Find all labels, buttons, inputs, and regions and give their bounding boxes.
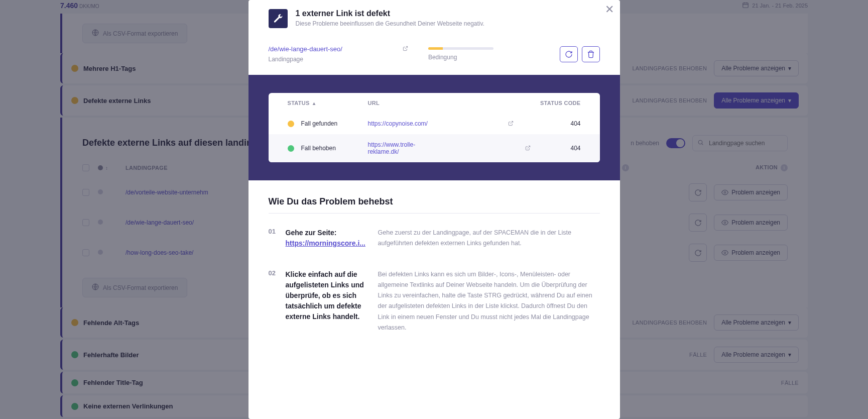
url-text: https://www.trolle-reklame.dk/	[368, 141, 445, 155]
th-url[interactable]: URL	[368, 100, 531, 106]
table-header-row: STATUS ▴ URL STATUS CODE	[269, 93, 600, 113]
modal-meta-row: /de/wie-lange-dauert-seo/ Landingpage Be…	[249, 38, 620, 75]
step-prefix: Gehe zur Seite:	[286, 229, 337, 237]
status-code: 404	[531, 120, 581, 127]
table-row: Fall behoben https://www.trolle-reklame.…	[269, 134, 600, 162]
link-url[interactable]: https://www.trolle-reklame.dk/	[368, 141, 531, 155]
howto-section: Wie Du das Problem behebst 01 Gehe zur S…	[249, 180, 620, 369]
modal-title: 1 externer Link ist defekt	[296, 9, 484, 18]
issue-detail-modal: ✕ 1 externer Link ist defekt Diese Probl…	[249, 0, 620, 419]
modal-header: 1 externer Link ist defekt Diese Problem…	[249, 0, 620, 38]
url-text: https://copynoise.com/	[368, 120, 428, 127]
howto-step: 02 Klicke einfach auf die aufgelisteten …	[269, 269, 600, 334]
status-code: 404	[531, 145, 581, 152]
step-number: 02	[269, 269, 279, 334]
modal-table-section: STATUS ▴ URL STATUS CODE Fall gefunden h…	[249, 75, 620, 180]
sort-asc-icon: ▴	[313, 100, 315, 106]
step-heading: Klicke einfach auf die aufgelisteten Lin…	[286, 269, 371, 334]
step-link[interactable]: https://morningscore.i...	[286, 239, 365, 247]
th-status[interactable]: STATUS ▴	[288, 100, 368, 106]
step-description: Bei defekten Links kann es sich um Bilde…	[378, 269, 600, 334]
step-number: 01	[269, 228, 279, 249]
wrench-icon	[269, 9, 288, 28]
progress-fill	[428, 47, 443, 50]
step-heading: Gehe zur Seite: https://morningscore.i..…	[286, 228, 371, 249]
th-status-code[interactable]: STATUS CODE	[531, 100, 581, 106]
close-icon[interactable]: ✕	[605, 3, 614, 16]
condition-progress	[428, 47, 493, 50]
howto-step: 01 Gehe zur Seite: https://morningscore.…	[269, 228, 600, 249]
th-status-label: STATUS	[288, 100, 310, 106]
status-warn-icon	[288, 121, 294, 127]
status-text: Fall behoben	[301, 145, 336, 152]
links-table: STATUS ▴ URL STATUS CODE Fall gefunden h…	[269, 93, 600, 162]
table-row: Fall gefunden https://copynoise.com/ 404	[269, 113, 600, 134]
external-link-icon	[525, 145, 531, 152]
modal-subtitle: Diese Probleme beeinflussen die Gesundhe…	[296, 20, 484, 27]
page-link-text: /de/wie-lange-dauert-seo/	[269, 45, 342, 53]
divider	[269, 213, 600, 214]
status-text: Fall gefunden	[301, 120, 338, 127]
delete-button[interactable]	[582, 46, 600, 62]
external-link-icon	[508, 121, 514, 127]
step-description: Gehe zuerst zu der Landingpage, auf der …	[378, 228, 600, 249]
link-url[interactable]: https://copynoise.com/	[368, 120, 531, 127]
page-link[interactable]: /de/wie-lange-dauert-seo/	[269, 45, 408, 53]
status-ok-icon	[288, 145, 294, 152]
condition-label: Bedingung	[428, 54, 540, 61]
howto-title: Wie Du das Problem behebst	[269, 196, 600, 207]
page-label: Landingpage	[269, 56, 408, 63]
refresh-button[interactable]	[560, 46, 578, 62]
external-link-icon	[403, 46, 408, 52]
